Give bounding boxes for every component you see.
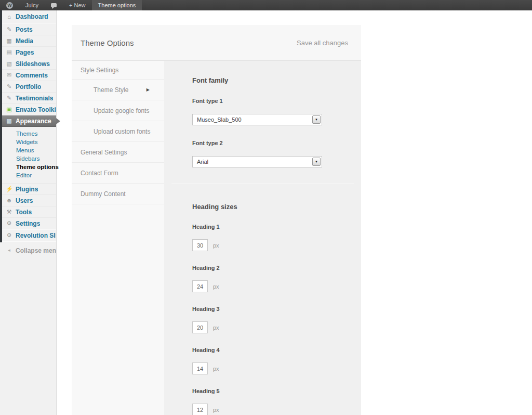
sidebar-item-appearance[interactable]: ▩ Appearance <box>0 115 56 127</box>
pin-icon: ✎ <box>6 27 12 32</box>
options-nav-general-settings[interactable]: General Settings <box>72 142 164 163</box>
font-type-2-label: Font type 2 <box>192 140 354 146</box>
heading-4-label: Heading 4 <box>192 347 354 353</box>
options-nav-label: Theme Style <box>94 86 128 94</box>
options-nav-contact-form[interactable]: Contact Form <box>72 163 164 184</box>
appearance-icon: ▩ <box>6 118 12 124</box>
sidebar-item-label: Settings <box>16 220 40 227</box>
select-value: Arial <box>197 159 208 165</box>
pages-icon: ▤ <box>6 49 12 55</box>
sidebar-item-label: Pages <box>16 49 34 56</box>
save-all-changes-button[interactable]: Save all changes <box>297 39 348 47</box>
new-content-menu[interactable]: + New <box>63 0 92 10</box>
heading-3-label: Heading 3 <box>192 306 354 312</box>
slideshow-icon: ▧ <box>6 61 12 67</box>
sidebar-item-label: Tools <box>16 209 32 216</box>
comments-menu[interactable] <box>45 0 63 10</box>
sidebar-item-label: Media <box>16 37 33 45</box>
options-nav-upload-custom-fonts[interactable]: Upload custom fonts <box>72 121 164 142</box>
sidebar-item-comments[interactable]: ✉ Comments <box>0 70 56 81</box>
font-type-1-select[interactable]: Museo_Slab_500 ▼ <box>192 114 322 125</box>
submenu-item-sidebars[interactable]: Sidebars <box>0 154 56 163</box>
options-nav-label: Upload custom fonts <box>94 128 150 135</box>
heading-3-field: px <box>192 321 354 333</box>
sidebar-item-media[interactable]: ▦ Media <box>0 35 56 47</box>
sidebar-item-pages[interactable]: ▤ Pages <box>0 47 56 58</box>
sidebar-item-users[interactable]: ☻ Users <box>0 195 56 206</box>
settings-icon: ⚙ <box>6 221 12 226</box>
unit-label: px <box>213 366 219 372</box>
sidebar-item-posts[interactable]: ✎ Posts <box>0 24 56 35</box>
sidebar-item-dashboard[interactable]: ⌂ Dashboard <box>0 10 56 23</box>
admin-bar-theme-options[interactable]: Theme options <box>92 0 142 10</box>
wordpress-logo-icon: W <box>6 2 13 9</box>
sidebar-item-label: Envato Toolkit <box>16 106 56 113</box>
section-title-font-family: Font family <box>192 76 354 84</box>
unit-label: px <box>213 407 219 413</box>
dropdown-arrow-icon[interactable]: ▼ <box>312 115 321 124</box>
sidebar-item-plugins[interactable]: ⚡ Plugins <box>0 184 56 195</box>
dropdown-arrow-icon[interactable]: ▼ <box>312 158 321 166</box>
sidebar-item-label: Comments <box>16 72 48 79</box>
sidebar-item-envato-toolkit[interactable]: ▣ Envato Toolkit <box>0 104 56 115</box>
submenu-item-menus[interactable]: Menus <box>0 146 56 154</box>
submenu-arrow-icon: ▶ <box>147 87 150 92</box>
current-item-arrow <box>56 118 60 124</box>
panel-body: Style Settings Theme Style ▶ Update goog… <box>72 61 361 415</box>
sidebar-item-label: Posts <box>16 26 33 33</box>
sidebar-item-settings[interactable]: ⚙ Settings <box>0 218 56 229</box>
sidebar-item-label: Dashboard <box>16 13 48 20</box>
admin-sidebar: ⌂ Dashboard ✎ Posts ▦ Media ▤ Pages ▧ Sl… <box>0 10 57 415</box>
heading-2-field: px <box>192 280 354 292</box>
comments-icon: ✉ <box>6 72 12 78</box>
house-icon: ⌂ <box>6 14 12 20</box>
appearance-submenu: Themes Widgets Menus Sidebars Theme opti… <box>0 127 56 184</box>
unit-label: px <box>213 325 219 331</box>
heading-2-input[interactable] <box>192 280 208 292</box>
submenu-item-widgets[interactable]: Widgets <box>0 138 56 146</box>
sidebar-item-revolution-slider[interactable]: ⚙ Revolution Slider <box>0 230 56 241</box>
sidebar-item-label: Users <box>16 197 33 204</box>
menu-separator <box>0 241 56 242</box>
sidebar-item-label: Slideshows <box>16 60 50 68</box>
sidebar-item-label: Revolution Slider <box>16 232 56 239</box>
heading-1-field: px <box>192 239 354 251</box>
submenu-item-theme-options[interactable]: Theme options <box>0 163 56 171</box>
options-nav-style-settings[interactable]: Style Settings <box>72 61 164 80</box>
tools-icon: ⚒ <box>6 209 12 215</box>
unit-label: px <box>213 283 219 290</box>
sidebar-item-slideshows[interactable]: ▧ Slideshows <box>0 58 56 70</box>
submenu-item-editor[interactable]: Editor <box>0 171 56 179</box>
sidebar-item-portfolio[interactable]: ✎ Portfolio <box>0 81 56 93</box>
options-nav-update-google-fonts[interactable]: Update google fonts <box>72 100 164 121</box>
options-nav-theme-style[interactable]: Theme Style ▶ <box>72 80 164 100</box>
heading-1-label: Heading 1 <box>192 224 354 230</box>
options-nav-label: Style Settings <box>81 67 118 74</box>
sidebar-item-tools[interactable]: ⚒ Tools <box>0 206 56 218</box>
heading-5-input[interactable] <box>192 404 208 415</box>
collapse-menu-button[interactable]: ◄ Collapse menu <box>0 245 56 256</box>
heading-4-field: px <box>192 362 354 374</box>
heading-4-input[interactable] <box>192 362 208 374</box>
options-nav-label: Contact Form <box>81 170 118 177</box>
sidebar-item-testimonials[interactable]: ✎ Testimonials <box>0 93 56 104</box>
panel-header: Theme Options Save all changes <box>72 25 361 61</box>
heading-5-label: Heading 5 <box>192 388 354 394</box>
plugins-icon: ⚡ <box>6 186 12 192</box>
pin-icon: ✎ <box>6 95 12 101</box>
envato-icon: ▣ <box>6 107 12 112</box>
wordpress-logo-menu[interactable]: W <box>0 0 19 10</box>
submenu-item-themes[interactable]: Themes <box>0 129 56 138</box>
options-nav-dummy-content[interactable]: Dummy Content <box>72 184 164 204</box>
window-edge <box>0 10 2 242</box>
font-type-2-select[interactable]: Arial ▼ <box>192 156 322 167</box>
pin-icon: ✎ <box>6 84 12 89</box>
font-type-1-label: Font type 1 <box>192 98 354 104</box>
heading-3-input[interactable] <box>192 321 208 333</box>
options-nav-label: Dummy Content <box>81 190 126 198</box>
heading-1-input[interactable] <box>192 239 208 251</box>
heading-5-field: px <box>192 404 354 415</box>
heading-2-label: Heading 2 <box>192 265 354 271</box>
site-name-menu[interactable]: Juicy <box>19 0 45 10</box>
options-nav-label: Update google fonts <box>94 107 149 114</box>
